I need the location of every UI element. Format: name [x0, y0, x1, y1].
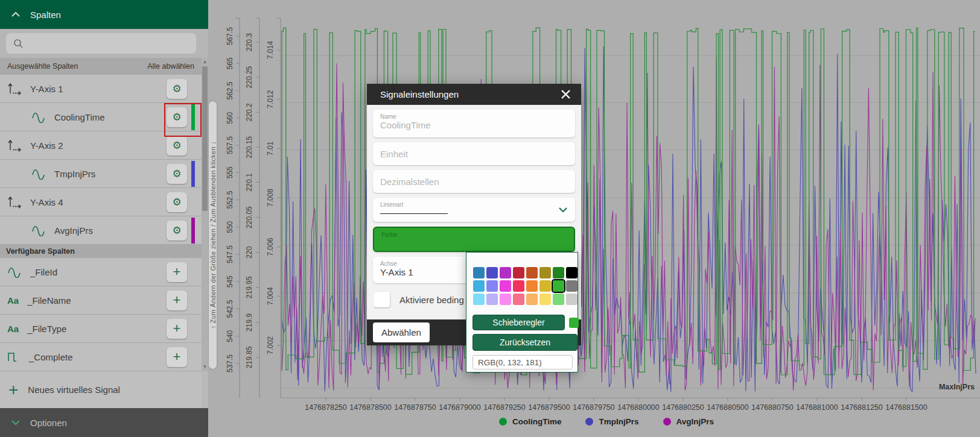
- legend-dot: [499, 418, 507, 426]
- close-button[interactable]: [558, 86, 574, 102]
- sidebar-item-avginjprs[interactable]: AvgInjPrs ⚙: [0, 216, 202, 245]
- new-virtual-signal-button[interactable]: + Neues virtuelles Signal: [0, 371, 202, 409]
- add-column-button[interactable]: +: [167, 347, 187, 367]
- options-label: Optionen: [30, 418, 67, 428]
- reset-button[interactable]: Zurücksetzen: [472, 334, 578, 351]
- sidebar-item-y-axis-4[interactable]: Y-Axis 4 ⚙: [0, 188, 202, 216]
- color-swatch[interactable]: [566, 294, 578, 305]
- new-virtual-signal-label: Neues virtuelles Signal: [28, 385, 120, 395]
- svg-text:537.5: 537.5: [226, 354, 234, 373]
- color-swatch[interactable]: [539, 267, 551, 278]
- color-swatch[interactable]: [539, 280, 551, 292]
- color-swatch[interactable]: [566, 280, 578, 292]
- add-column-button[interactable]: +: [167, 262, 187, 282]
- svg-text:1476879000: 1476879000: [439, 403, 481, 412]
- svg-text:1476878500: 1476878500: [349, 403, 392, 412]
- svg-text:565: 565: [226, 57, 234, 69]
- analytics-app: 567.5565562.5560557.5555552.5550547.5545…: [0, 0, 980, 437]
- y-axis-icon: [7, 82, 22, 95]
- decimals-field[interactable]: Dezimalstellen: [373, 170, 575, 193]
- row-label: TmpInjPrs: [54, 169, 95, 179]
- sidebar-resize-handle[interactable]: ↑ Zum Ändern der Größe ziehen / Zum Ausb…: [208, 0, 217, 437]
- svg-text:547.5: 547.5: [226, 245, 234, 263]
- color-swatch[interactable]: [553, 280, 564, 292]
- sidebar-item-fileid[interactable]: _FileId +: [0, 258, 202, 286]
- color-picker-popup: Schieberegler Zurücksetzen: [466, 252, 578, 373]
- conditional-checkbox-label: Aktiviere beding: [399, 295, 464, 305]
- current-color-swatch: [569, 318, 579, 328]
- conditional-checkbox[interactable]: [374, 292, 390, 307]
- axis-settings-button[interactable]: ⚙: [167, 79, 187, 99]
- signal-settings-button[interactable]: ⚙: [167, 107, 187, 127]
- svg-text:545: 545: [226, 275, 234, 288]
- color-swatch[interactable]: [500, 267, 511, 278]
- color-swatch[interactable]: [526, 294, 538, 305]
- color-swatch[interactable]: [566, 267, 578, 278]
- signal-wave-icon: [31, 111, 46, 123]
- legend-item-tmpinjprs[interactable]: TmpInjPrs: [585, 417, 638, 426]
- row-label: AvgInjPrs: [54, 225, 93, 236]
- chevron-down-icon: [11, 420, 21, 426]
- signal-settings-button[interactable]: ⚙: [167, 221, 187, 241]
- color-swatch[interactable]: [513, 267, 524, 278]
- sidebar-scrollbar[interactable]: ▲ ▼: [202, 58, 208, 371]
- color-swatch[interactable]: [553, 294, 564, 305]
- sidebar-title: Spalten: [30, 10, 61, 20]
- sidebar-item-y-axis-1[interactable]: Y-Axis 1 ⚙: [0, 75, 202, 103]
- line-style-label: Linienart: [380, 198, 568, 208]
- search-box[interactable]: [6, 33, 196, 54]
- axis-settings-button[interactable]: ⚙: [167, 192, 187, 212]
- color-swatch[interactable]: [526, 267, 538, 278]
- rgb-value-input[interactable]: [472, 355, 573, 369]
- signal-settings-button[interactable]: ⚙: [167, 164, 187, 184]
- add-column-button[interactable]: +: [167, 291, 187, 310]
- sidebar-header-spalten[interactable]: Spalten: [0, 0, 208, 29]
- add-column-button[interactable]: +: [167, 319, 187, 339]
- svg-text:1476879250: 1476879250: [483, 403, 526, 412]
- color-swatch[interactable]: [513, 294, 524, 305]
- unit-field[interactable]: Einheit: [373, 142, 575, 165]
- color-swatch[interactable]: [500, 280, 511, 292]
- color-swatch[interactable]: [526, 280, 538, 292]
- plus-icon: +: [173, 322, 181, 335]
- color-swatch[interactable]: [486, 267, 498, 278]
- sidebar-item-y-axis-2[interactable]: Y-Axis 2 ⚙: [0, 131, 202, 160]
- scroll-up-arrow[interactable]: ▲: [202, 58, 208, 66]
- modal-title: Signaleinstellungen: [380, 89, 459, 99]
- svg-text:1476878750: 1476878750: [394, 403, 436, 412]
- scrollbar-thumb[interactable]: [202, 66, 208, 211]
- legend-item-coolingtime[interactable]: CoolingTime: [499, 417, 562, 426]
- sidebar-item-filetype[interactable]: Aa _FileType +: [0, 315, 202, 343]
- sidebar-section-optionen[interactable]: Optionen: [0, 408, 208, 437]
- row-label: _FileName: [27, 295, 71, 306]
- color-field[interactable]: Farbe: [373, 227, 575, 252]
- sidebar-item-coolingtime[interactable]: CoolingTime ⚙: [0, 103, 202, 131]
- color-swatch[interactable]: [500, 294, 511, 305]
- slider-mode-button[interactable]: Schieberegler: [472, 315, 565, 330]
- color-swatch[interactable]: [486, 294, 498, 305]
- sidebar-item-complete[interactable]: _Complete +: [0, 343, 202, 371]
- color-swatch[interactable]: [513, 280, 524, 292]
- color-swatch[interactable]: [473, 280, 485, 292]
- svg-text:1476879750: 1476879750: [573, 403, 615, 412]
- search-input[interactable]: [28, 38, 196, 49]
- sidebar-item-filename[interactable]: Aa _FileName +: [0, 286, 202, 315]
- svg-text:1476879500: 1476879500: [528, 403, 570, 412]
- line-style-dropdown[interactable]: Linienart: [373, 198, 575, 222]
- deselect-all-link[interactable]: Alle abwählen: [147, 62, 194, 71]
- color-swatch[interactable]: [473, 294, 485, 305]
- scroll-down-arrow[interactable]: ▼: [202, 363, 208, 371]
- resize-handle-pill[interactable]: ↑ Zum Ändern der Größe ziehen / Zum Ausb…: [209, 101, 217, 369]
- svg-text:220.05: 220.05: [245, 206, 253, 228]
- signal-color-bar: [191, 218, 195, 244]
- name-field[interactable]: Name CoolingTime: [373, 110, 575, 137]
- color-swatch[interactable]: [473, 267, 485, 278]
- sidebar-item-tmpinjprs[interactable]: TmpInjPrs ⚙: [0, 160, 202, 188]
- text-column-icon: Aa: [7, 324, 19, 334]
- color-swatch[interactable]: [486, 280, 498, 292]
- color-swatch[interactable]: [539, 294, 551, 305]
- axis-settings-button[interactable]: ⚙: [167, 136, 187, 156]
- legend-item-avginjprs[interactable]: AvgInjPrs: [663, 417, 714, 426]
- deselect-button[interactable]: Abwählen: [373, 322, 430, 342]
- color-swatch[interactable]: [553, 267, 564, 278]
